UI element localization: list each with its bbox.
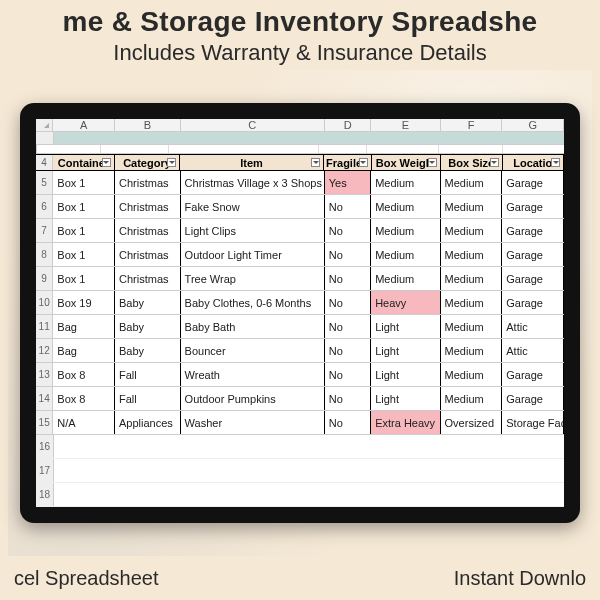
cell[interactable]: Bag	[53, 339, 115, 362]
row-number[interactable]: 7	[36, 219, 53, 242]
filter-icon[interactable]	[551, 158, 560, 167]
cell[interactable]: Extra Heavy	[371, 411, 440, 434]
col-letter[interactable]: G	[502, 119, 564, 131]
cell[interactable]: Appliances	[115, 411, 181, 434]
cell[interactable]: Medium	[371, 267, 440, 290]
row-number[interactable]: 14	[36, 387, 53, 410]
cell[interactable]: Garage	[502, 195, 564, 218]
cell[interactable]: Light Clips	[181, 219, 325, 242]
cell[interactable]: No	[325, 219, 371, 242]
cell[interactable]: Medium	[441, 219, 503, 242]
cell[interactable]: No	[325, 411, 371, 434]
cell[interactable]: Garage	[502, 291, 564, 314]
col-header-fragile[interactable]: Fragile?	[324, 155, 372, 170]
cell[interactable]: Christmas	[115, 195, 181, 218]
cell[interactable]: Medium	[441, 339, 503, 362]
cell[interactable]: Garage	[502, 171, 564, 194]
cell[interactable]: Box 8	[53, 363, 115, 386]
col-letter[interactable]: D	[325, 119, 371, 131]
cell[interactable]: Garage	[502, 219, 564, 242]
col-header-item[interactable]: Item	[180, 155, 324, 170]
cell[interactable]: No	[325, 243, 371, 266]
cell[interactable]: Medium	[441, 387, 503, 410]
cell[interactable]: Box 19	[53, 291, 115, 314]
row-number[interactable]: 10	[36, 291, 53, 314]
cell[interactable]: Light	[371, 387, 440, 410]
cell[interactable]: Attic	[502, 339, 564, 362]
cell[interactable]: Fall	[115, 363, 181, 386]
cell[interactable]: Heavy	[371, 291, 440, 314]
cell[interactable]: Fake Snow	[181, 195, 325, 218]
cell[interactable]: Medium	[441, 315, 503, 338]
cell[interactable]: No	[325, 339, 371, 362]
row-number[interactable]: 8	[36, 243, 53, 266]
cell[interactable]: Oversized	[441, 411, 503, 434]
cell[interactable]: Light	[371, 315, 440, 338]
col-letter[interactable]: E	[371, 119, 440, 131]
cell[interactable]: Medium	[371, 195, 440, 218]
cell[interactable]: Outdoor Light Timer	[181, 243, 325, 266]
cell[interactable]: Light	[371, 363, 440, 386]
col-header-container[interactable]: Container	[53, 155, 115, 170]
cell[interactable]: No	[325, 387, 371, 410]
cell[interactable]: Medium	[371, 171, 440, 194]
col-letter[interactable]: F	[441, 119, 503, 131]
cell[interactable]: Medium	[441, 243, 503, 266]
row-number[interactable]: 18	[36, 483, 54, 506]
row-number[interactable]: 15	[36, 411, 53, 434]
cell[interactable]: Medium	[441, 291, 503, 314]
row-number[interactable]: 9	[36, 267, 53, 290]
col-header-boxsize[interactable]: Box Size	[441, 155, 503, 170]
cell[interactable]: Medium	[441, 171, 503, 194]
row-number[interactable]: 12	[36, 339, 53, 362]
cell[interactable]: Baby	[115, 339, 181, 362]
cell[interactable]: Christmas Village x 3 Shops	[181, 171, 325, 194]
cell[interactable]: Washer	[181, 411, 325, 434]
row-number[interactable]: 17	[36, 459, 54, 482]
cell[interactable]: Fall	[115, 387, 181, 410]
cell[interactable]: Christmas	[115, 219, 181, 242]
cell[interactable]: Garage	[502, 363, 564, 386]
cell[interactable]: Medium	[441, 195, 503, 218]
col-letter[interactable]: C	[181, 119, 325, 131]
cell[interactable]: Christmas	[115, 171, 181, 194]
row-number[interactable]: 6	[36, 195, 53, 218]
cell[interactable]: Baby	[115, 315, 181, 338]
filter-icon[interactable]	[167, 158, 176, 167]
cell[interactable]: Box 1	[53, 267, 115, 290]
cell[interactable]: Garage	[502, 243, 564, 266]
cell[interactable]: Christmas	[115, 243, 181, 266]
row-number[interactable]: 4	[36, 155, 53, 170]
col-header-boxweight[interactable]: Box Weight	[372, 155, 441, 170]
cell[interactable]: Medium	[441, 363, 503, 386]
cell[interactable]: No	[325, 195, 371, 218]
filter-icon[interactable]	[102, 158, 111, 167]
cell[interactable]: Baby Bath	[181, 315, 325, 338]
cell[interactable]: Light	[371, 339, 440, 362]
cell[interactable]: Garage	[502, 267, 564, 290]
cell[interactable]: No	[325, 315, 371, 338]
row-number[interactable]: 11	[36, 315, 53, 338]
cell[interactable]: N/A	[53, 411, 115, 434]
cell[interactable]: Medium	[371, 219, 440, 242]
cell[interactable]: No	[325, 291, 371, 314]
select-all-corner[interactable]	[36, 119, 53, 131]
cell[interactable]: Yes	[325, 171, 371, 194]
cell[interactable]: Baby	[115, 291, 181, 314]
cell[interactable]: Bouncer	[181, 339, 325, 362]
cell[interactable]: No	[325, 267, 371, 290]
cell[interactable]: Medium	[371, 243, 440, 266]
cell[interactable]: Outdoor Pumpkins	[181, 387, 325, 410]
row-number[interactable]	[36, 132, 54, 144]
cell[interactable]: Box 1	[53, 171, 115, 194]
cell[interactable]: Storage Fac	[502, 411, 564, 434]
filter-icon[interactable]	[490, 158, 499, 167]
row-number[interactable]: 13	[36, 363, 53, 386]
cell[interactable]: Attic	[502, 315, 564, 338]
cell[interactable]: No	[325, 363, 371, 386]
row-number[interactable]: 5	[36, 171, 53, 194]
col-header-location[interactable]: Locatio	[503, 155, 565, 170]
cell[interactable]: Christmas	[115, 267, 181, 290]
filter-icon[interactable]	[428, 158, 437, 167]
col-letter[interactable]: B	[115, 119, 181, 131]
